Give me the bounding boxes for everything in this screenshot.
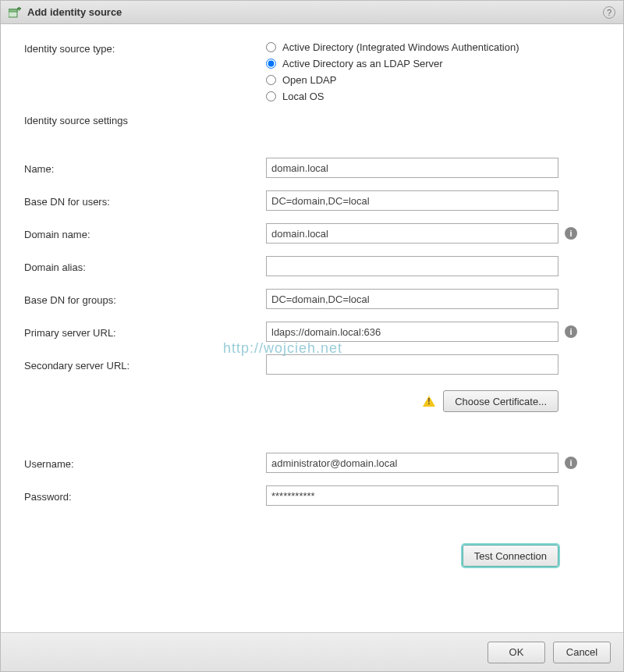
- base-dn-groups-label: Base DN for groups:: [24, 293, 266, 306]
- warning-icon: [423, 396, 435, 407]
- username-row: Username: i: [24, 453, 600, 473]
- radio-local-os[interactable]: Local OS: [266, 91, 519, 102]
- name-row: Name:: [24, 158, 600, 178]
- domain-alias-row: Domain alias:: [24, 256, 600, 276]
- radio-ad-integrated[interactable]: Active Directory (Integrated Windows Aut…: [266, 41, 519, 53]
- password-row: Password:: [24, 485, 600, 506]
- primary-url-label: Primary server URL:: [24, 325, 266, 339]
- domain-name-input[interactable]: [266, 223, 558, 244]
- dialog-footer: OK Cancel: [1, 632, 623, 671]
- domain-alias-input[interactable]: [266, 256, 558, 276]
- username-input[interactable]: [266, 453, 558, 473]
- domain-name-label: Domain name:: [24, 227, 266, 240]
- base-dn-users-input[interactable]: [266, 190, 558, 211]
- secondary-url-input[interactable]: [266, 354, 558, 375]
- base-dn-users-row: Base DN for users:: [24, 190, 600, 211]
- primary-url-input[interactable]: [266, 322, 558, 342]
- info-icon[interactable]: i: [565, 457, 577, 469]
- radio-open-ldap-label: Open LDAP: [282, 74, 336, 86]
- radio-open-ldap-input[interactable]: [266, 75, 276, 85]
- choose-certificate-button[interactable]: Choose Certificate...: [443, 390, 558, 412]
- password-input[interactable]: [266, 485, 558, 506]
- radio-open-ldap[interactable]: Open LDAP: [266, 74, 519, 86]
- base-dn-groups-row: Base DN for groups:: [24, 289, 600, 309]
- identity-source-type-radios: Active Directory (Integrated Windows Aut…: [266, 41, 519, 102]
- dialog-content: Identity source type: Active Directory (…: [1, 24, 623, 632]
- ok-button[interactable]: OK: [488, 642, 545, 663]
- cancel-button[interactable]: Cancel: [553, 642, 611, 663]
- info-icon[interactable]: i: [565, 227, 577, 240]
- radio-local-os-input[interactable]: [266, 91, 276, 101]
- secondary-url-row: Secondary server URL:: [24, 354, 600, 375]
- identity-source-settings-heading: Identity source settings: [24, 115, 600, 126]
- radio-ad-integrated-input[interactable]: [266, 42, 276, 52]
- info-icon[interactable]: i: [565, 325, 577, 338]
- radio-ad-ldap-label: Active Directory as an LDAP Server: [282, 58, 443, 69]
- add-identity-icon: [9, 7, 21, 18]
- test-connection-button[interactable]: Test Connection: [463, 545, 558, 567]
- radio-local-os-label: Local OS: [282, 91, 324, 102]
- password-label: Password:: [24, 489, 266, 503]
- radio-ad-ldap[interactable]: Active Directory as an LDAP Server: [266, 58, 519, 69]
- help-icon[interactable]: ?: [603, 6, 615, 19]
- certificate-controls: Choose Certificate...: [266, 390, 558, 412]
- base-dn-users-label: Base DN for users:: [24, 194, 266, 208]
- test-connection-row: Test Connection: [24, 518, 600, 567]
- primary-url-row: Primary server URL: i: [24, 322, 600, 342]
- dialog-titlebar: Add identity source ?: [1, 1, 623, 24]
- svg-rect-1: [9, 9, 17, 12]
- secondary-url-label: Secondary server URL:: [24, 358, 266, 372]
- identity-source-type-row: Identity source type: Active Directory (…: [24, 41, 600, 102]
- identity-source-type-label: Identity source type:: [24, 41, 266, 55]
- domain-alias-label: Domain alias:: [24, 260, 266, 273]
- base-dn-groups-input[interactable]: [266, 289, 558, 309]
- radio-ad-ldap-input[interactable]: [266, 59, 276, 69]
- name-input[interactable]: [266, 158, 558, 178]
- radio-ad-integrated-label: Active Directory (Integrated Windows Aut…: [282, 41, 519, 53]
- name-label: Name:: [24, 162, 266, 175]
- domain-name-row: Domain name: i: [24, 223, 600, 244]
- username-label: Username:: [24, 457, 266, 470]
- certificate-row: Choose Certificate...: [24, 387, 600, 440]
- add-identity-source-dialog: Add identity source ? Identity source ty…: [0, 0, 624, 672]
- dialog-title: Add identity source: [27, 6, 597, 18]
